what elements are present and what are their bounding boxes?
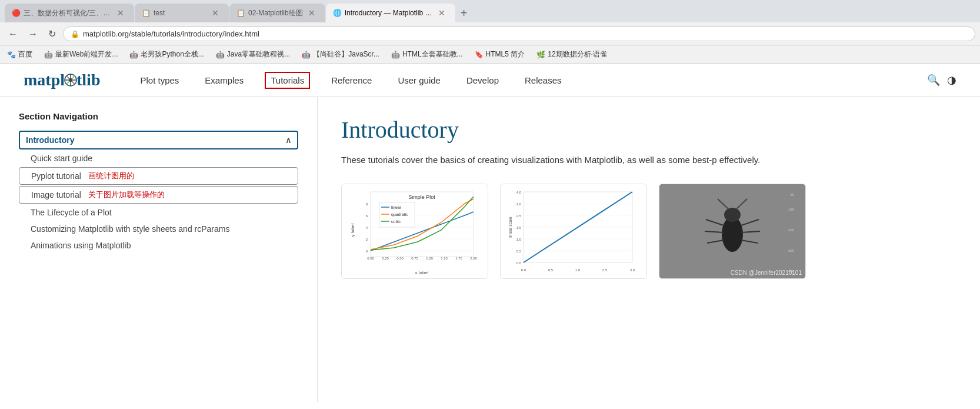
svg-text:300: 300 — [788, 249, 795, 252]
logo-text2: tlib — [76, 71, 100, 89]
bookmark-html[interactable]: 🤖 HTML全套基础教... — [389, 48, 465, 61]
pyplot-label: Pyplot tutorial — [31, 171, 81, 181]
svg-text:4.0: 4.0 — [516, 191, 522, 194]
search-icon[interactable]: 🔍 — [927, 74, 940, 87]
svg-point-5 — [69, 78, 72, 82]
theme-toggle-icon[interactable]: ◑ — [947, 74, 956, 87]
logo[interactable]: matpl tlib — [24, 71, 100, 89]
bookmark-python[interactable]: 🤖 老男孩Python全栈... — [127, 48, 206, 61]
simple-plot-chart: Simple Plot y label x label — [347, 186, 482, 277]
svg-text:0.50: 0.50 — [396, 257, 404, 260]
svg-text:0.00: 0.00 — [367, 257, 374, 260]
svg-text:2.5: 2.5 — [602, 268, 608, 272]
main-content: Introductory These tutorials cover the b… — [318, 97, 980, 402]
bookmark-baidu-icon: 🐾 — [7, 51, 16, 59]
sidebar-subitem-customizing[interactable]: Customizing Matplotlib with style sheets… — [19, 221, 298, 237]
svg-text:0.0: 0.0 — [521, 268, 526, 272]
svg-text:linear scale: linear scale — [508, 217, 512, 238]
site-nav: Plot types Examples Tutorials Reference … — [135, 72, 927, 89]
svg-text:1.0: 1.0 — [575, 268, 581, 272]
tab-3-favicon: 📋 — [236, 9, 245, 17]
page-title: Introductory — [341, 116, 956, 144]
sidebar-title: Section Navigation — [19, 111, 298, 121]
tab-4-title: Introductory — Matplotlib 3.7 — [345, 9, 433, 17]
nav-releases[interactable]: Releases — [520, 73, 566, 88]
animations-label: Animations using Matplotlib — [31, 241, 131, 250]
card-simple-plot[interactable]: Simple Plot y label x label — [341, 184, 488, 279]
svg-text:1.0: 1.0 — [516, 238, 522, 241]
address-bar-row: ← → ↻ 🔒 matplotlib.org/stable/tutorials/… — [0, 22, 980, 45]
svg-text:Simple Plot: Simple Plot — [408, 194, 435, 200]
sidebar-subitem-lifecycle[interactable]: The Lifecycle of a Plot — [19, 205, 298, 220]
bookmark-java-label: Java零基础教程视... — [227, 49, 290, 59]
tab-2[interactable]: 📋 test ✕ — [135, 4, 229, 22]
svg-text:1.25: 1.25 — [441, 257, 448, 260]
forward-button[interactable]: → — [25, 26, 41, 42]
bookmark-js-label: 【尚硅谷】JavaScr... — [313, 49, 379, 59]
tab-2-favicon: 📋 — [142, 9, 150, 17]
browser-chrome: 🔴 三、数据分析可视化/三、数据分 ✕ 📋 test ✕ 📋 02-Matplo… — [0, 0, 980, 64]
svg-text:x label: x label — [415, 270, 428, 275]
bookmark-js-icon: 🤖 — [302, 51, 311, 59]
svg-text:quadratic: quadratic — [391, 212, 408, 217]
card-linear-plot[interactable]: linear scale 0.0 0.5 1. — [500, 184, 647, 279]
sidebar-subitem-quickstart[interactable]: Quick start guide — [19, 151, 298, 166]
svg-text:3.0: 3.0 — [630, 268, 635, 272]
address-bar[interactable]: 🔒 matplotlib.org/stable/tutorials/introd… — [63, 26, 975, 41]
logo-wheel-icon — [64, 74, 77, 87]
tab-3[interactable]: 📋 02-Matplotlib绘图 ✕ — [229, 4, 325, 22]
svg-text:0.25: 0.25 — [382, 257, 389, 260]
bookmark-html-label: HTML全套基础教... — [402, 49, 463, 59]
bookmark-html5-icon: 🔖 — [475, 51, 484, 59]
nav-reference[interactable]: Reference — [326, 73, 376, 88]
sidebar-subitem-image[interactable]: Image tutorial 关于图片加载等操作的 — [19, 186, 298, 204]
bookmark-baidu[interactable]: 🐾 百度 — [5, 48, 35, 61]
nav-examples[interactable]: Examples — [200, 73, 248, 88]
nav-user-guide[interactable]: User guide — [393, 73, 445, 88]
quickstart-label: Quick start guide — [31, 154, 92, 163]
tab-1-close[interactable]: ✕ — [115, 8, 126, 18]
nav-tutorials[interactable]: Tutorials — [265, 72, 310, 89]
bookmark-java-icon: 🤖 — [216, 51, 225, 59]
content-area: Section Navigation Introductory ∧ Quick … — [0, 97, 980, 402]
bookmark-web[interactable]: 🤖 最新Web前端开发... — [42, 48, 120, 61]
bookmark-python-label: 老男孩Python全栈... — [141, 49, 204, 59]
nav-plot-types[interactable]: Plot types — [135, 73, 184, 88]
sidebar-subitem-animations[interactable]: Animations using Matplotlib — [19, 238, 298, 253]
svg-text:200: 200 — [788, 228, 795, 232]
bookmark-html5[interactable]: 🔖 HTML5 简介 — [472, 48, 528, 61]
bookmark-html5-label: HTML5 简介 — [486, 49, 525, 59]
bookmark-data[interactable]: 🌿 12期数据分析·语雀 — [534, 48, 609, 61]
site-header: matpl tlib Plot types Examples Tutorials… — [0, 64, 980, 97]
lock-icon: 🔒 — [71, 30, 79, 38]
card-linear-plot-image: linear scale 0.0 0.5 1. — [501, 184, 646, 278]
new-tab-button[interactable]: + — [456, 7, 472, 22]
nav-develop[interactable]: Develop — [462, 73, 504, 88]
tab-2-title: test — [154, 9, 206, 17]
svg-text:30: 30 — [790, 193, 794, 197]
svg-text:linear: linear — [391, 205, 402, 210]
logo-text: matpl — [24, 71, 65, 89]
back-button[interactable]: ← — [5, 26, 21, 42]
sidebar-subitem-pyplot[interactable]: Pyplot tutorial 画统计图用的 — [19, 167, 298, 185]
bookmark-html-icon: 🤖 — [391, 51, 400, 59]
sidebar-item-introductory[interactable]: Introductory ∧ — [19, 131, 298, 149]
tab-1[interactable]: 🔴 三、数据分析可视化/三、数据分 ✕ — [5, 4, 134, 22]
tab-4[interactable]: 🌐 Introductory — Matplotlib 3.7 ✕ — [326, 4, 455, 22]
reload-button[interactable]: ↻ — [45, 26, 59, 42]
bookmark-js[interactable]: 🤖 【尚硅谷】JavaScr... — [299, 48, 382, 61]
svg-text:2.00: 2.00 — [470, 257, 477, 260]
tab-4-close[interactable]: ✕ — [436, 8, 447, 18]
svg-text:y label: y label — [350, 223, 355, 237]
svg-text:0.75: 0.75 — [411, 257, 418, 260]
tab-3-close[interactable]: ✕ — [306, 8, 317, 18]
tab-1-title: 三、数据分析可视化/三、数据分 — [24, 8, 112, 18]
address-text: matplotlib.org/stable/tutorials/introduc… — [83, 29, 968, 38]
svg-text:1.00: 1.00 — [426, 257, 433, 260]
card-image-tutorial[interactable]: 30 100 200 300 400 CSDN @Jennifer2021010… — [659, 184, 806, 279]
bookmark-java[interactable]: 🤖 Java零基础教程视... — [214, 48, 292, 61]
svg-text:cubic: cubic — [391, 220, 401, 224]
tab-2-close[interactable]: ✕ — [210, 8, 221, 18]
tab-4-favicon: 🌐 — [333, 9, 341, 17]
svg-text:1.5: 1.5 — [516, 226, 522, 230]
